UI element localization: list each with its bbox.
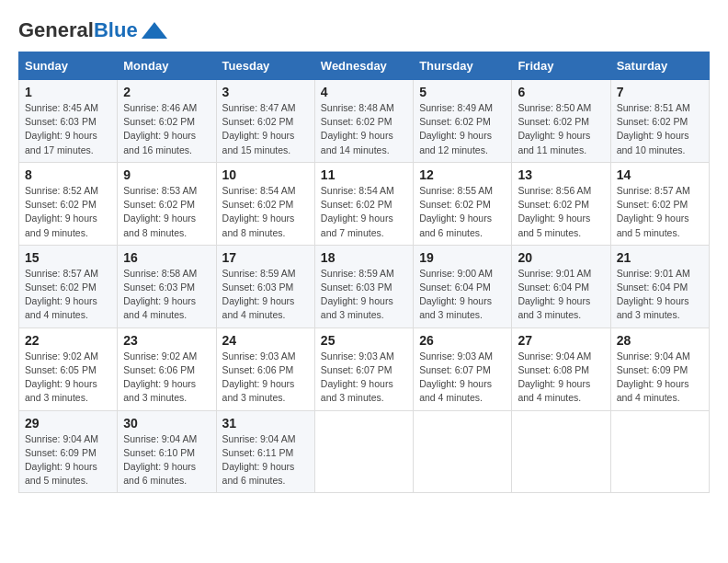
sunrise-label: Sunrise: 8:58 AM (123, 268, 197, 279)
sunrise-label: Sunrise: 9:01 AM (518, 268, 591, 279)
day-info: Sunrise: 9:04 AM Sunset: 6:11 PM Dayligh… (222, 432, 309, 488)
logo-text: GeneralBlue (18, 18, 138, 42)
calendar-cell: 21 Sunrise: 9:01 AM Sunset: 6:04 PM Dayl… (610, 245, 709, 327)
header-sunday: Sunday (19, 52, 118, 80)
daylight-label: Daylight: 9 hours and 3 minutes. (518, 295, 590, 320)
day-info: Sunrise: 9:00 AM Sunset: 6:04 PM Dayligh… (419, 267, 506, 323)
logo-general: General (18, 18, 94, 41)
day-number: 26 (419, 333, 506, 348)
day-info: Sunrise: 9:02 AM Sunset: 6:05 PM Dayligh… (25, 350, 111, 406)
sunset-label: Sunset: 6:02 PM (419, 199, 491, 210)
sunrise-label: Sunrise: 8:49 AM (419, 102, 493, 113)
sunrise-label: Sunrise: 8:52 AM (25, 185, 98, 196)
day-number: 16 (123, 250, 210, 265)
sunrise-label: Sunrise: 9:02 AM (25, 350, 98, 362)
daylight-label: Daylight: 9 hours and 15 minutes. (222, 130, 295, 155)
calendar-cell: 22 Sunrise: 9:02 AM Sunset: 6:05 PM Dayl… (19, 327, 118, 410)
day-info: Sunrise: 8:57 AM Sunset: 6:02 PM Dayligh… (25, 267, 111, 323)
daylight-label: Daylight: 9 hours and 7 minutes. (321, 213, 393, 237)
sunset-label: Sunset: 6:03 PM (321, 282, 392, 293)
day-info: Sunrise: 9:04 AM Sunset: 6:09 PM Dayligh… (617, 350, 703, 406)
daylight-label: Daylight: 9 hours and 4 minutes. (419, 378, 492, 403)
calendar-header: SundayMondayTuesdayWednesdayThursdayFrid… (19, 52, 710, 80)
day-info: Sunrise: 8:54 AM Sunset: 6:02 PM Dayligh… (222, 184, 309, 240)
sunset-label: Sunset: 6:02 PM (321, 199, 392, 210)
calendar-cell: 8 Sunrise: 8:52 AM Sunset: 6:02 PM Dayli… (19, 162, 118, 245)
day-info: Sunrise: 9:03 AM Sunset: 6:07 PM Dayligh… (321, 350, 407, 406)
daylight-label: Daylight: 9 hours and 4 minutes. (123, 295, 196, 320)
sunrise-label: Sunrise: 9:02 AM (123, 350, 197, 362)
sunset-label: Sunset: 6:02 PM (222, 199, 294, 210)
day-number: 7 (617, 85, 703, 99)
day-number: 5 (419, 85, 506, 99)
header-saturday: Saturday (610, 52, 709, 80)
daylight-label: Daylight: 9 hours and 5 minutes. (617, 213, 689, 237)
calendar-cell: 12 Sunrise: 8:55 AM Sunset: 6:02 PM Dayl… (414, 162, 512, 245)
calendar-cell: 19 Sunrise: 9:00 AM Sunset: 6:04 PM Dayl… (414, 245, 512, 327)
day-number: 17 (222, 250, 309, 265)
day-number: 29 (25, 416, 111, 431)
day-number: 11 (321, 167, 407, 182)
calendar-table: SundayMondayTuesdayWednesdayThursdayFrid… (18, 52, 710, 493)
daylight-label: Daylight: 9 hours and 8 minutes. (222, 213, 295, 237)
calendar-cell (610, 410, 709, 493)
sunrise-label: Sunrise: 8:54 AM (222, 185, 296, 196)
day-number: 18 (321, 250, 407, 265)
daylight-label: Daylight: 9 hours and 12 minutes. (419, 130, 492, 155)
calendar-cell: 25 Sunrise: 9:03 AM Sunset: 6:07 PM Dayl… (314, 327, 413, 410)
calendar-cell: 20 Sunrise: 9:01 AM Sunset: 6:04 PM Dayl… (512, 245, 610, 327)
day-info: Sunrise: 9:04 AM Sunset: 6:09 PM Dayligh… (25, 432, 111, 488)
day-info: Sunrise: 8:47 AM Sunset: 6:02 PM Dayligh… (222, 101, 309, 157)
day-number: 25 (321, 333, 407, 348)
sunrise-label: Sunrise: 8:59 AM (321, 268, 394, 279)
page-header: GeneralBlue (18, 18, 710, 42)
sunrise-label: Sunrise: 8:56 AM (518, 185, 591, 196)
daylight-label: Daylight: 9 hours and 4 minutes. (617, 378, 689, 403)
sunset-label: Sunset: 6:09 PM (617, 364, 688, 375)
daylight-label: Daylight: 9 hours and 4 minutes. (222, 295, 295, 320)
sunset-label: Sunset: 6:02 PM (123, 199, 195, 210)
header-thursday: Thursday (414, 52, 512, 80)
sunrise-label: Sunrise: 9:03 AM (419, 350, 493, 362)
sunset-label: Sunset: 6:03 PM (123, 282, 195, 293)
calendar-cell: 5 Sunrise: 8:49 AM Sunset: 6:02 PM Dayli… (414, 80, 512, 163)
logo: GeneralBlue (18, 18, 167, 42)
day-info: Sunrise: 9:02 AM Sunset: 6:06 PM Dayligh… (123, 350, 210, 406)
sunset-label: Sunset: 6:02 PM (617, 199, 688, 210)
day-number: 22 (25, 333, 111, 348)
sunset-label: Sunset: 6:06 PM (222, 364, 294, 375)
daylight-label: Daylight: 9 hours and 4 minutes. (518, 378, 590, 403)
sunrise-label: Sunrise: 9:01 AM (617, 268, 690, 279)
day-info: Sunrise: 8:58 AM Sunset: 6:03 PM Dayligh… (123, 267, 210, 323)
calendar-cell: 28 Sunrise: 9:04 AM Sunset: 6:09 PM Dayl… (610, 327, 709, 410)
day-number: 8 (25, 167, 111, 182)
day-number: 24 (222, 333, 309, 348)
day-info: Sunrise: 8:54 AM Sunset: 6:02 PM Dayligh… (321, 184, 407, 240)
calendar-cell: 18 Sunrise: 8:59 AM Sunset: 6:03 PM Dayl… (314, 245, 413, 327)
calendar-cell: 31 Sunrise: 9:04 AM Sunset: 6:11 PM Dayl… (216, 410, 314, 493)
daylight-label: Daylight: 9 hours and 10 minutes. (617, 130, 689, 155)
daylight-label: Daylight: 9 hours and 3 minutes. (321, 295, 393, 320)
sunrise-label: Sunrise: 8:46 AM (123, 102, 197, 113)
day-info: Sunrise: 9:03 AM Sunset: 6:07 PM Dayligh… (419, 350, 506, 406)
day-info: Sunrise: 8:56 AM Sunset: 6:02 PM Dayligh… (518, 184, 604, 240)
sunset-label: Sunset: 6:04 PM (617, 282, 688, 293)
header-friday: Friday (512, 52, 610, 80)
daylight-label: Daylight: 9 hours and 3 minutes. (222, 378, 295, 403)
sunset-label: Sunset: 6:02 PM (518, 199, 589, 210)
sunrise-label: Sunrise: 8:59 AM (222, 268, 296, 279)
day-info: Sunrise: 9:04 AM Sunset: 6:08 PM Dayligh… (518, 350, 604, 406)
calendar-cell: 11 Sunrise: 8:54 AM Sunset: 6:02 PM Dayl… (314, 162, 413, 245)
sunset-label: Sunset: 6:02 PM (123, 116, 195, 127)
calendar-cell: 24 Sunrise: 9:03 AM Sunset: 6:06 PM Dayl… (216, 327, 314, 410)
day-number: 27 (518, 333, 604, 348)
week-row-3: 15 Sunrise: 8:57 AM Sunset: 6:02 PM Dayl… (19, 245, 710, 327)
sunrise-label: Sunrise: 9:03 AM (222, 350, 296, 362)
calendar-cell: 3 Sunrise: 8:47 AM Sunset: 6:02 PM Dayli… (216, 80, 314, 163)
sunset-label: Sunset: 6:02 PM (617, 116, 688, 127)
daylight-label: Daylight: 9 hours and 6 minutes. (419, 213, 492, 237)
sunset-label: Sunset: 6:09 PM (25, 447, 97, 458)
sunrise-label: Sunrise: 9:04 AM (123, 433, 197, 444)
sunrise-label: Sunrise: 9:04 AM (617, 350, 690, 362)
sunrise-label: Sunrise: 9:04 AM (222, 433, 296, 444)
